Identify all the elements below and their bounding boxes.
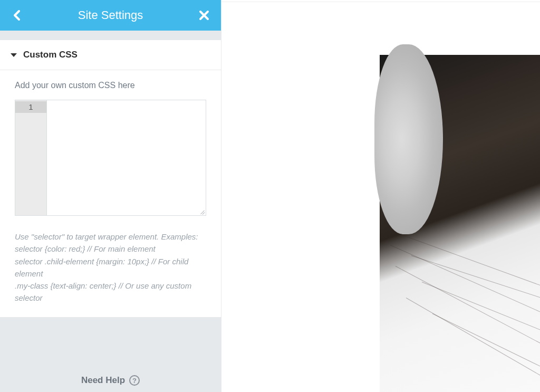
- panel-title: Site Settings: [24, 8, 197, 22]
- close-icon: [198, 9, 210, 21]
- sidebar-footer: Need Help ?: [0, 317, 221, 393]
- css-code-editor[interactable]: 1: [15, 100, 206, 216]
- sidebar-header: Site Settings: [0, 0, 221, 31]
- help-icon: ?: [129, 375, 140, 386]
- preview-canvas[interactable]: [221, 2, 540, 392]
- need-help-label: Need Help: [81, 375, 125, 386]
- chevron-left-icon: [12, 9, 22, 22]
- caret-down-icon: [11, 53, 17, 57]
- need-help-link[interactable]: Need Help ?: [81, 375, 140, 386]
- section-title: Custom CSS: [23, 50, 78, 60]
- line-number: 1: [15, 101, 46, 113]
- code-gutter: 1: [15, 100, 47, 215]
- resize-handle-icon[interactable]: [199, 209, 205, 214]
- code-textarea[interactable]: [47, 100, 206, 215]
- back-button[interactable]: [9, 8, 24, 23]
- field-label-custom-css: Add your own custom CSS here: [15, 81, 206, 90]
- help-text: Use "selector" to target wrapper element…: [15, 231, 206, 304]
- preview-image: [380, 55, 540, 392]
- section-body: Add your own custom CSS here 1 Use "sele…: [0, 70, 221, 317]
- settings-sidebar: Site Settings Custom CSS Add your own cu…: [0, 0, 221, 392]
- close-button[interactable]: [197, 8, 211, 23]
- section-toggle-custom-css[interactable]: Custom CSS: [0, 40, 221, 70]
- divider-band: [0, 31, 221, 40]
